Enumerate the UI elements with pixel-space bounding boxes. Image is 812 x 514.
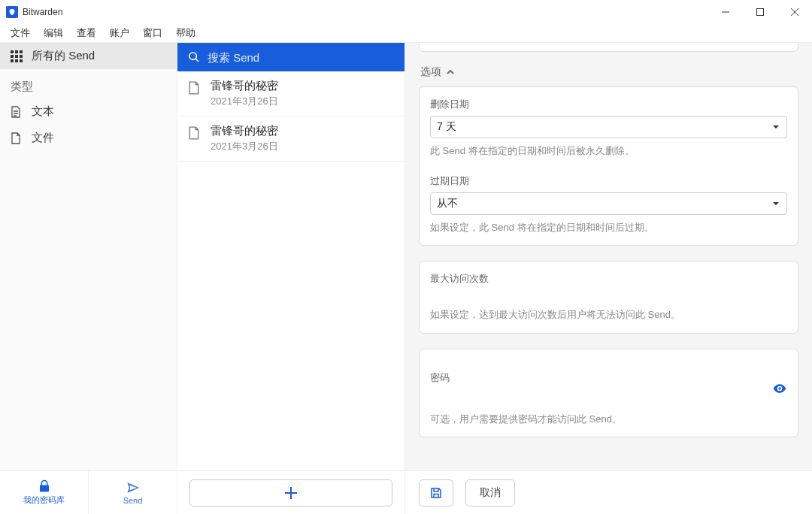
- item-name: 雷锋哥的秘密: [211, 79, 278, 93]
- expire-date-field: 过期日期 从不 如果设定，此 Send 将在指定的日期和时间后过期。: [430, 174, 787, 234]
- chevron-up-icon: [446, 68, 455, 77]
- chevron-down-icon: [771, 122, 780, 132]
- svg-rect-2: [15, 50, 18, 53]
- file-icon: [188, 79, 201, 108]
- bottom-bar: 我的密码库 Send 取消: [0, 470, 812, 514]
- svg-point-10: [189, 53, 196, 59]
- svg-rect-9: [20, 59, 23, 62]
- nav-text-label: 文本: [32, 104, 54, 119]
- delete-date-help: 此 Send 将在指定的日期和时间后被永久删除。: [430, 144, 787, 158]
- max-access-help: 如果设定，达到最大访问次数后用户将无法访问此 Send。: [430, 308, 787, 322]
- dates-card: 删除日期 7 天 此 Send 将在指定的日期和时间后被永久删除。 过期日期 从…: [419, 86, 798, 246]
- shield-icon: [8, 8, 16, 17]
- sidebar: 所有的 Send 类型 文本 文件: [0, 43, 177, 470]
- item-name: 雷锋哥的秘密: [211, 124, 278, 138]
- search-bar: [177, 43, 404, 71]
- svg-rect-4: [11, 55, 14, 58]
- chevron-down-icon: [771, 199, 780, 208]
- text-file-icon: [11, 106, 24, 118]
- menu-help[interactable]: 帮助: [170, 25, 201, 41]
- max-access-card: 最大访问次数 如果设定，达到最大访问次数后用户将无法访问此 Send。: [419, 261, 798, 333]
- svg-rect-5: [15, 55, 18, 58]
- plus-icon: [285, 487, 297, 499]
- app-logo: [6, 6, 18, 18]
- file-icon: [188, 124, 201, 153]
- delete-date-label: 删除日期: [430, 98, 787, 111]
- nav-file[interactable]: 文件: [0, 125, 177, 151]
- svg-rect-8: [15, 59, 18, 62]
- svg-rect-6: [20, 55, 23, 58]
- file-icon: [11, 132, 24, 144]
- lock-icon: [37, 479, 52, 493]
- password-card: 密码 可选，用户需要提供密码才能访问此 Send。: [419, 349, 798, 437]
- menu-edit[interactable]: 编辑: [38, 25, 69, 41]
- nav-all-send-label: 所有的 Send: [32, 49, 95, 63]
- bottom-nav: 我的密码库 Send: [0, 471, 177, 514]
- list-item[interactable]: 雷锋哥的秘密 2021年3月26日: [177, 116, 404, 162]
- add-area: [177, 471, 405, 514]
- title-bar: Bitwarden: [0, 0, 812, 24]
- password-help: 可选，用户需要提供密码才能访问此 Send。: [430, 413, 787, 426]
- maximize-button[interactable]: [743, 0, 777, 24]
- svg-rect-7: [11, 59, 14, 62]
- svg-rect-1: [11, 50, 14, 53]
- delete-date-field: 删除日期 7 天 此 Send 将在指定的日期和时间后被永久删除。: [430, 98, 787, 158]
- item-date: 2021年3月26日: [211, 140, 278, 153]
- add-button[interactable]: [189, 479, 392, 506]
- list-item[interactable]: 雷锋哥的秘密 2021年3月26日: [177, 71, 404, 116]
- nav-vault[interactable]: 我的密码库: [0, 471, 89, 514]
- password-label: 密码: [430, 371, 450, 385]
- nav-all-send[interactable]: 所有的 Send: [0, 43, 177, 69]
- svg-rect-0: [757, 9, 764, 16]
- main-area: 所有的 Send 类型 文本 文件 雷锋哥的秘密 2021年3月26日: [0, 42, 812, 470]
- nav-file-label: 文件: [32, 131, 54, 145]
- menu-bar: 文件 编辑 查看 账户 窗口 帮助: [0, 24, 812, 42]
- nav-send[interactable]: Send: [89, 471, 177, 514]
- expire-date-help: 如果设定，此 Send 将在指定的日期和时间后过期。: [430, 221, 787, 234]
- delete-date-select[interactable]: 7 天: [430, 116, 787, 138]
- action-area: 取消: [405, 471, 812, 514]
- menu-window[interactable]: 窗口: [137, 25, 168, 41]
- paper-plane-icon: [126, 481, 141, 494]
- save-icon: [429, 486, 443, 500]
- options-heading[interactable]: 选项: [419, 52, 798, 86]
- search-icon: [188, 51, 200, 63]
- save-button[interactable]: [419, 479, 453, 506]
- nav-text[interactable]: 文本: [0, 98, 177, 125]
- menu-account[interactable]: 账户: [104, 25, 135, 41]
- detail-panel: 选项 删除日期 7 天 此 Send 将在指定的日期和时间后被永久删除。 过期日…: [405, 43, 812, 470]
- close-button[interactable]: [777, 0, 812, 24]
- eye-icon[interactable]: [772, 381, 787, 396]
- grid-icon: [11, 50, 24, 62]
- sidebar-section-type: 类型: [0, 69, 177, 98]
- expire-date-select[interactable]: 从不: [430, 192, 787, 215]
- svg-rect-3: [20, 50, 23, 53]
- item-date: 2021年3月26日: [211, 95, 278, 108]
- copy-icon[interactable]: [775, 43, 787, 44]
- window-controls: [708, 0, 812, 24]
- max-access-label: 最大访问次数: [430, 272, 787, 286]
- menu-file[interactable]: 文件: [5, 25, 36, 41]
- expire-date-label: 过期日期: [430, 174, 787, 188]
- search-input[interactable]: [208, 51, 394, 64]
- minimize-button[interactable]: [708, 0, 743, 24]
- partial-card-top: [419, 43, 798, 52]
- cancel-button[interactable]: 取消: [465, 479, 515, 506]
- menu-view[interactable]: 查看: [71, 25, 102, 41]
- send-list-panel: 雷锋哥的秘密 2021年3月26日 雷锋哥的秘密 2021年3月26日: [177, 43, 405, 470]
- send-list: 雷锋哥的秘密 2021年3月26日 雷锋哥的秘密 2021年3月26日: [177, 71, 404, 470]
- window-title: Bitwarden: [23, 7, 62, 17]
